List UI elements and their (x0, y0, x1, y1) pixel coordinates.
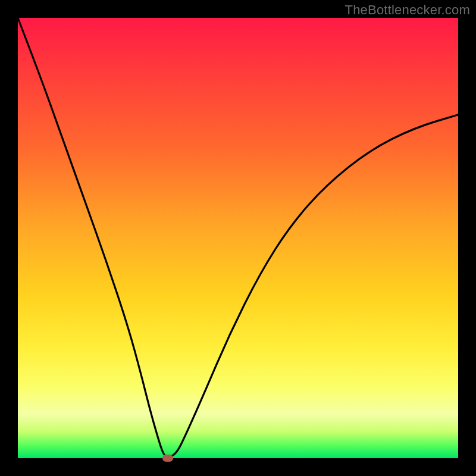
bottleneck-curve (18, 18, 458, 458)
watermark-text: TheBottlenecker.com (345, 2, 470, 18)
chart-frame: TheBottlenecker.com (0, 0, 476, 476)
plot-area (18, 18, 458, 458)
minimum-marker (162, 455, 173, 462)
curve-path (18, 18, 458, 457)
